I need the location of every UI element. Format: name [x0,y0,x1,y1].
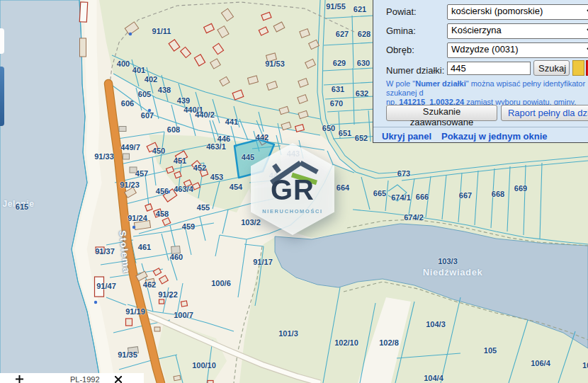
parcel-number-label: Numer działki: [386,65,444,76]
single-window-link[interactable]: Pokazuj w jednym oknie [441,131,548,142]
coordinate-bar: PL-1992 [0,373,144,383]
projection-label: PL-1992 [70,375,100,383]
search-button[interactable]: Szukaj [533,60,570,76]
panel-separator [373,127,588,127]
full-report-button[interactable]: Raport pełny dla dzia [501,105,588,121]
advanced-search-button[interactable]: Szukanie zaawansowane [386,105,497,121]
powiat-label: Powiat: [386,6,417,17]
gmina-select[interactable]: Kościerzyna [447,23,588,39]
crosshair-plus-icon [16,375,23,383]
logo-subtitle: NIERUCHOMOŚCI [251,208,334,215]
powiat-select[interactable]: kościerski (pomorskie) [447,4,588,20]
search-panel: Powiat: kościerski (pomorskie) Gmina: Ko… [373,0,588,143]
geoportal-map-page: { "panel": { "fields": [ {"label": "Powi… [0,0,588,383]
gmina-label: Gmina: [386,25,416,36]
legend-yellow-swatch[interactable] [572,60,584,76]
left-panel-handle[interactable] [0,67,4,126]
obreb-value: Wdzydze (0031) [451,44,519,55]
left-edge-tab[interactable] [0,28,4,54]
gmina-value: Kościerzyna [451,25,502,35]
powiat-value: kościerski (pomorskie) [451,6,543,16]
obreb-label: Obręb: [386,45,414,55]
parcel-number-input[interactable] [447,62,531,75]
watermark-logo: GR NIERUCHOMOŚCI [251,143,334,235]
close-x-icon[interactable] [115,376,122,383]
hide-panel-link[interactable]: Ukryj panel [382,131,431,142]
logo-initials: GR [251,176,334,204]
obreb-select[interactable]: Wdzydze (0031) [447,42,588,58]
